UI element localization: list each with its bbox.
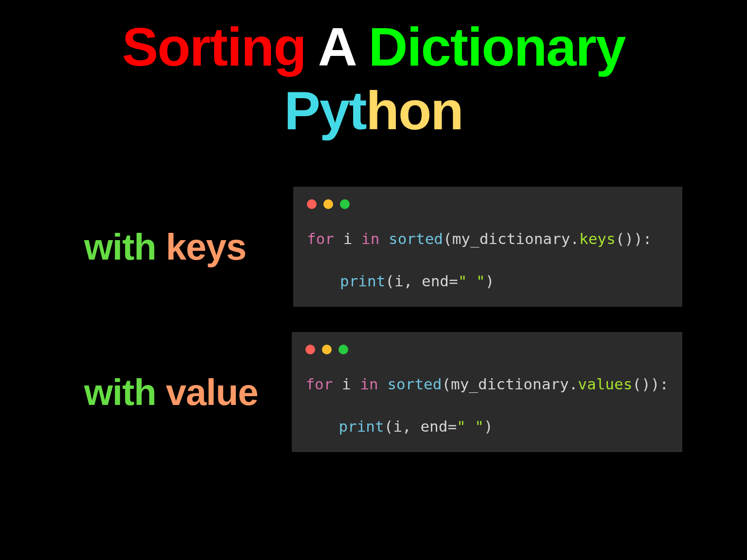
label-keys: keys bbox=[166, 226, 246, 267]
code-line-1: for i in sorted(my_dictionary.values()): bbox=[305, 373, 669, 396]
code-line-1: for i in sorted(my_dictionary.keys()): bbox=[307, 228, 669, 250]
row-with-value: with value for i in sorted(my_dictionary… bbox=[65, 332, 682, 452]
window-maximize-icon bbox=[338, 345, 348, 354]
label-with-keys: with keys bbox=[65, 226, 293, 268]
code-line-2: print(i, end=" ") bbox=[307, 270, 669, 293]
title-line-1: Sorting A Dictionary bbox=[65, 17, 682, 77]
window-close-icon bbox=[307, 199, 317, 209]
title-line-2: Python bbox=[65, 81, 682, 140]
title-block: Sorting A Dictionary Python bbox=[65, 17, 682, 140]
label-with-value: with value bbox=[65, 371, 292, 413]
row-with-keys: with keys for i in sorted(my_dictionary.… bbox=[65, 187, 682, 307]
title-word-sorting: Sorting bbox=[122, 17, 306, 77]
slide-container: Sorting A Dictionary Python with keys fo… bbox=[65, 0, 682, 463]
title-word-hon: hon bbox=[366, 80, 463, 141]
traffic-lights bbox=[307, 199, 669, 209]
window-maximize-icon bbox=[340, 199, 350, 209]
window-minimize-icon bbox=[323, 199, 333, 209]
code-window-keys: for i in sorted(my_dictionary.keys()): p… bbox=[293, 187, 682, 307]
label-value: value bbox=[166, 371, 258, 413]
code-window-values: for i in sorted(my_dictionary.values()):… bbox=[292, 332, 682, 452]
code-line-2: print(i, end=" ") bbox=[305, 415, 669, 438]
title-word-a: A bbox=[318, 17, 355, 77]
traffic-lights bbox=[305, 345, 669, 354]
label-with-2: with bbox=[84, 371, 166, 413]
window-minimize-icon bbox=[322, 345, 332, 354]
title-word-pyt: Pyt bbox=[284, 80, 366, 141]
label-with-1: with bbox=[84, 226, 166, 267]
title-word-dictionary: Dictionary bbox=[369, 17, 625, 77]
window-close-icon bbox=[305, 345, 315, 354]
